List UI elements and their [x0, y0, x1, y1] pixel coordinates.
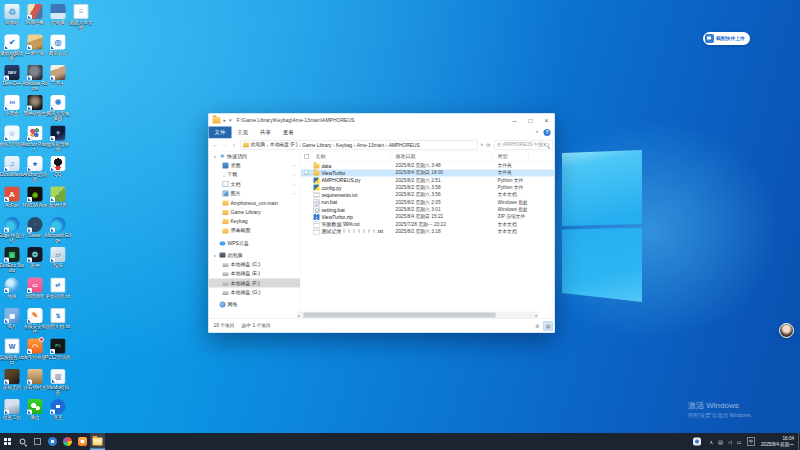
taskbar-clock[interactable]: 16:04 2025/8/4 星期一 [761, 436, 794, 447]
address-dropdown-icon[interactable]: ˅ [480, 142, 483, 148]
sidebar-item-图片[interactable]: 图片✓ [209, 189, 301, 198]
refresh-icon[interactable]: ⟳ [486, 142, 490, 148]
details-view-button[interactable]: ▦ [544, 321, 553, 330]
desktop-icon-update-notes-file[interactable]: ⇄更新说明.txt [45, 278, 71, 299]
help-icon[interactable]: ? [544, 129, 551, 136]
back-button[interactable]: ← [213, 141, 219, 148]
task-view-button[interactable] [30, 433, 45, 450]
sidebar-section-network[interactable]: 网络 [209, 300, 301, 309]
taskbar-app-colorful[interactable] [60, 433, 75, 450]
desktop-icon-quark[interactable]: 夸克 [45, 399, 71, 420]
breadcrumb-item[interactable]: Ame-13main [357, 142, 384, 148]
sidebar-section-cloud[interactable]: WPS云盘 [209, 238, 301, 247]
taskbar-search-button[interactable] [15, 433, 30, 450]
sidebar-item-本地磁盘 (F:)[interactable]: 本地磁盘 (F:) [209, 278, 301, 287]
shortcut-arrow-icon [50, 45, 55, 50]
maximize-button[interactable]: □ [523, 114, 539, 127]
qat-icon-2[interactable]: ▾ [229, 117, 232, 123]
quark-icon [51, 399, 66, 414]
taskbar-file-explorer[interactable] [90, 433, 105, 450]
column-header-name[interactable]: 名称 [301, 152, 391, 162]
floating-avatar[interactable] [779, 323, 794, 338]
sidebar-item-Game Library[interactable]: Game Library [209, 207, 301, 216]
desktop-icon-cast-device[interactable]: ▱投屏 [45, 247, 71, 268]
menu-共享[interactable]: 共享 [254, 126, 277, 138]
screenshot-upload-pill[interactable]: 截图快传上传 [703, 32, 750, 45]
desktop-icon-new-text-file[interactable]: ≡新建文本文档 [68, 4, 94, 30]
sidebar-item-本地磁盘 (E:)[interactable]: 本地磁盘 (E:) [209, 269, 301, 278]
column-header-date[interactable]: 修改日期 [391, 152, 493, 162]
shortcut-arrow-icon [27, 258, 32, 263]
desktop-icon-pcl2[interactable]: PCPCL2启动器 [45, 338, 71, 359]
file-row-AMPHOREUS.py[interactable]: AMPHOREUS.py2025/8/2 星期六 2:51Python 文件 [301, 177, 555, 184]
taskbar-app-blue[interactable] [45, 433, 60, 450]
file-date: 2025/8/2 星期六 3:56 [396, 192, 441, 199]
breadcrumb-item[interactable]: 本地磁盘 (F:) [270, 142, 298, 149]
breadcrumb-item[interactable]: AMPHOREUS [389, 142, 420, 148]
expand-ribbon-icon[interactable]: ˅ [536, 130, 539, 136]
file-row-ViewTurbo.zip[interactable]: ViewTurbo.zip2025/8/4 星期日 15:21ZIP 压缩文件 [301, 213, 555, 220]
file-name: data [322, 163, 332, 169]
file-row-requirements.txt[interactable]: requirements.txt2025/8/2 星期六 3:56文本文档 [301, 191, 555, 198]
desktop-icon-star-rail[interactable]: ✧崩坏星穹铁道 [45, 126, 71, 152]
breadcrumb-item[interactable]: Game Library [302, 142, 331, 148]
horizontal-scrollbar[interactable]: ◂ ▸ [297, 312, 539, 319]
file-row-实验数据 99%.txt[interactable]: 实验数据 99%.txt2025/7/28 星期一 23:22文本文档 [301, 221, 555, 228]
title-bar[interactable]: ▸ ▾ F:\Game Library\Keybag\Ame-13main\AM… [209, 114, 555, 127]
select-all-checkbox[interactable] [305, 154, 310, 159]
sidebar-item-文档[interactable]: 文档✓ [209, 179, 301, 188]
breadcrumb-item[interactable]: Keybag [336, 142, 352, 148]
sidebar-item-Keybag[interactable]: Keybag [209, 217, 301, 226]
sidebar-item-屏幕截图[interactable]: 屏幕截图 [209, 226, 301, 235]
tray-app-icon[interactable] [693, 438, 701, 446]
minecraft-icon [51, 186, 66, 201]
desktop-icon-minecraft[interactable]: 我的世界 [45, 186, 71, 207]
sidebar-item-下载[interactable]: ↓下载✓ [209, 170, 301, 179]
close-button[interactable]: × [539, 114, 555, 127]
forward-button[interactable]: → [223, 141, 229, 148]
scrollbar-thumb[interactable] [304, 313, 496, 318]
scroll-right-arrow[interactable]: ▸ [535, 313, 537, 318]
desktop-icon-qq[interactable]: QQ [45, 156, 71, 177]
search-box[interactable]: 在 AMPHOREUS 中搜索 [494, 140, 552, 149]
file-row-run.bat[interactable]: run.bat2025/8/2 星期六 2:05Windows 批处理文件 [301, 199, 555, 206]
sidebar-item-桌面[interactable]: 桌面✓ [209, 161, 301, 170]
file-row-ViewTurbo[interactable]: ✓ViewTurbo2025/8/4 星期日 18:00文件夹 [301, 169, 555, 176]
desktop-icon-mumu-emulator[interactable]: ▥MuMu模拟器 [45, 369, 71, 395]
sidebar-section-star[interactable]: ∨★快速访问 [209, 152, 301, 161]
desktop-icon-microsoft-edge[interactable]: Microsoft Edge [45, 217, 71, 243]
taskbar-app-orange[interactable] [75, 433, 90, 450]
sidebar-item-本地磁盘 (G:)[interactable]: 本地磁盘 (G:) [209, 288, 301, 297]
breadcrumb-item[interactable]: 此电脑 [251, 142, 265, 149]
menu-查看[interactable]: 查看 [277, 126, 300, 138]
row-checkbox[interactable]: ✓ [305, 171, 310, 176]
menu-主页[interactable]: 主页 [231, 126, 254, 138]
start-button[interactable] [0, 433, 15, 450]
up-button[interactable]: ↑ [233, 142, 236, 148]
menu-文件[interactable]: 文件 [209, 126, 232, 138]
desktop-icon-game-march7[interactable]: 三月七 [45, 65, 71, 86]
message-icon[interactable]: ▭ [737, 439, 742, 445]
address-bar[interactable]: 此电脑›本地磁盘 (F:)›Game Library›Keybag›Ame-13… [240, 140, 477, 149]
file-row-config.py[interactable]: config.py2025/8/2 星期六 3:58Python 文件 [301, 184, 555, 191]
volume-icon[interactable]: ◁ [728, 439, 732, 445]
sidebar-item-Amphoreus_uni-main[interactable]: Amphoreus_uni-main [209, 198, 301, 207]
list-view-button[interactable]: ≣ [533, 321, 542, 330]
sidebar-item-本地磁盘 (C:)[interactable]: 本地磁盘 (C:) [209, 260, 301, 269]
desktop-icon-readme-file[interactable]: ⇅说明文档.txt [45, 308, 71, 329]
scroll-left-arrow[interactable]: ◂ [298, 313, 300, 318]
file-row-setting.bat[interactable]: setting.bat2025/8/2 星期六 3:01Windows 批处理文… [301, 206, 555, 213]
input-method-indicator[interactable]: 中 [747, 438, 755, 446]
desktop-icon-tencent-meeting[interactable]: ◎腾讯会议 [45, 34, 71, 55]
hidden-icons-chevron[interactable]: ∧ [710, 439, 714, 445]
file-row-测试记录！！！！！！！.txt[interactable]: 测试记录！！！！！！！.txt2025/8/2 星期六 3:18文本文档 [301, 228, 555, 235]
mumu-emulator-icon: ▥ [51, 369, 66, 384]
file-row-data[interactable]: data2025/8/2 星期六 3:48文件夹 [301, 162, 555, 169]
desktop-icon-yuanbao[interactable]: ❋腾讯元宝电脑版 [45, 95, 71, 121]
network-icon[interactable]: ▤ [718, 439, 723, 445]
sidebar-section-computer[interactable]: ∨此电脑 [209, 250, 301, 259]
file-explorer-icon [93, 438, 103, 446]
column-header-type[interactable]: 类型 [493, 152, 529, 162]
minimize-button[interactable]: – [507, 114, 523, 127]
qat-icon-1[interactable]: ▸ [224, 117, 227, 123]
